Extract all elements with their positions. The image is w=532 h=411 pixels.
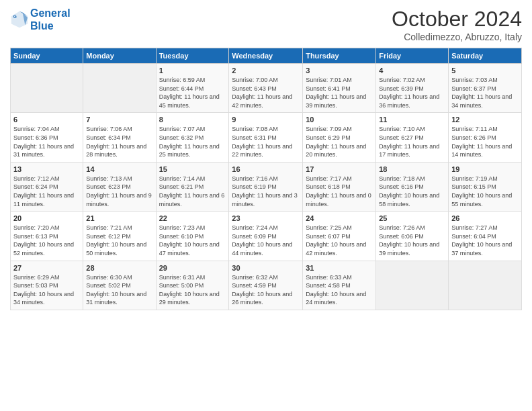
month-title: October 2024	[392, 7, 522, 32]
header-friday: Friday	[376, 48, 449, 64]
day-number: 26	[451, 214, 519, 222]
day-info: Sunrise: 7:19 AMSunset: 6:15 PMDaylight:…	[451, 175, 519, 208]
day-info: Sunrise: 7:27 AMSunset: 6:04 PMDaylight:…	[451, 224, 519, 257]
calendar-cell: 19Sunrise: 7:19 AMSunset: 6:15 PMDayligh…	[449, 162, 522, 211]
day-info: Sunrise: 7:24 AMSunset: 6:09 PMDaylight:…	[232, 224, 300, 257]
day-number: 8	[159, 116, 226, 124]
day-info: Sunrise: 7:12 AMSunset: 6:24 PMDaylight:…	[13, 175, 80, 208]
calendar-cell: 25Sunrise: 7:26 AMSunset: 6:06 PMDayligh…	[376, 212, 449, 261]
day-info: Sunrise: 7:23 AMSunset: 6:10 PMDaylight:…	[159, 224, 226, 257]
day-info: Sunrise: 7:13 AMSunset: 6:23 PMDaylight:…	[86, 175, 152, 208]
day-number: 16	[232, 165, 300, 173]
day-info: Sunrise: 7:09 AMSunset: 6:29 PMDaylight:…	[306, 125, 373, 158]
day-number: 20	[13, 214, 80, 222]
day-info: Sunrise: 6:31 AMSunset: 5:00 PMDaylight:…	[159, 273, 226, 307]
day-number: 29	[159, 264, 226, 272]
calendar-cell: 8Sunrise: 7:07 AMSunset: 6:32 PMDaylight…	[156, 113, 229, 162]
calendar-cell: 20Sunrise: 7:20 AMSunset: 6:13 PMDayligh…	[11, 212, 83, 261]
day-number: 7	[86, 116, 152, 124]
calendar-week-2: 6Sunrise: 7:04 AMSunset: 6:36 PMDaylight…	[11, 113, 522, 162]
calendar-cell: 9Sunrise: 7:08 AMSunset: 6:31 PMDaylight…	[229, 113, 303, 162]
calendar-cell: 29Sunrise: 6:31 AMSunset: 5:00 PMDayligh…	[156, 261, 229, 310]
calendar-cell: 27Sunrise: 6:29 AMSunset: 5:03 PMDayligh…	[11, 261, 83, 310]
day-info: Sunrise: 7:03 AMSunset: 6:37 PMDaylight:…	[451, 76, 519, 109]
calendar-cell: 3Sunrise: 7:01 AMSunset: 6:41 PMDaylight…	[303, 64, 376, 113]
day-info: Sunrise: 6:59 AMSunset: 6:44 PMDaylight:…	[159, 76, 226, 109]
day-number: 12	[451, 116, 519, 124]
calendar-week-3: 13Sunrise: 7:12 AMSunset: 6:24 PMDayligh…	[11, 162, 522, 211]
day-info: Sunrise: 7:07 AMSunset: 6:32 PMDaylight:…	[159, 125, 226, 158]
calendar-cell: 1Sunrise: 6:59 AMSunset: 6:44 PMDaylight…	[156, 64, 229, 113]
svg-text:G: G	[13, 14, 17, 19]
calendar-cell: 13Sunrise: 7:12 AMSunset: 6:24 PMDayligh…	[11, 162, 83, 211]
day-info: Sunrise: 7:04 AMSunset: 6:36 PMDaylight:…	[13, 125, 80, 158]
day-number: 30	[232, 264, 300, 272]
logo-line1: General	[30, 7, 71, 19]
header-tuesday: Tuesday	[156, 48, 229, 64]
header-wednesday: Wednesday	[229, 48, 303, 64]
calendar-cell: 14Sunrise: 7:13 AMSunset: 6:23 PMDayligh…	[83, 162, 156, 211]
header-row: Sunday Monday Tuesday Wednesday Thursday…	[11, 48, 522, 64]
calendar-cell: 28Sunrise: 6:30 AMSunset: 5:02 PMDayligh…	[83, 261, 156, 310]
calendar-cell: 2Sunrise: 7:00 AMSunset: 6:43 PMDaylight…	[229, 64, 303, 113]
day-number: 14	[86, 165, 152, 173]
calendar-cell: 17Sunrise: 7:17 AMSunset: 6:18 PMDayligh…	[303, 162, 376, 211]
title-section: October 2024 Colledimezzo, Abruzzo, Ital…	[392, 7, 522, 42]
calendar-cell	[11, 64, 83, 113]
calendar-week-1: 1Sunrise: 6:59 AMSunset: 6:44 PMDaylight…	[11, 64, 522, 113]
calendar-cell: 22Sunrise: 7:23 AMSunset: 6:10 PMDayligh…	[156, 212, 229, 261]
calendar-cell: 4Sunrise: 7:02 AMSunset: 6:39 PMDaylight…	[376, 64, 449, 113]
day-info: Sunrise: 7:14 AMSunset: 6:21 PMDaylight:…	[159, 175, 226, 208]
calendar-cell: 15Sunrise: 7:14 AMSunset: 6:21 PMDayligh…	[156, 162, 229, 211]
day-number: 27	[13, 264, 80, 272]
day-number: 2	[232, 66, 300, 75]
logo: G General Blue	[10, 7, 71, 32]
day-info: Sunrise: 7:10 AMSunset: 6:27 PMDaylight:…	[379, 125, 445, 158]
day-number: 1	[159, 66, 226, 75]
logo-icon: G	[10, 10, 29, 29]
calendar-cell: 24Sunrise: 7:25 AMSunset: 6:07 PMDayligh…	[303, 212, 376, 261]
day-number: 25	[379, 214, 445, 222]
calendar-cell: 26Sunrise: 7:27 AMSunset: 6:04 PMDayligh…	[449, 212, 522, 261]
day-number: 21	[86, 214, 152, 222]
header: G General Blue October 2024 Colledimezzo…	[10, 7, 522, 42]
calendar-body: 1Sunrise: 6:59 AMSunset: 6:44 PMDaylight…	[11, 64, 522, 310]
header-saturday: Saturday	[449, 48, 522, 64]
calendar-cell	[376, 261, 449, 310]
day-number: 18	[379, 165, 445, 173]
calendar-page: G General Blue October 2024 Colledimezzo…	[0, 0, 532, 411]
day-info: Sunrise: 7:06 AMSunset: 6:34 PMDaylight:…	[86, 125, 152, 158]
day-info: Sunrise: 7:02 AMSunset: 6:39 PMDaylight:…	[379, 76, 445, 109]
calendar-cell	[83, 64, 156, 113]
calendar-cell: 21Sunrise: 7:21 AMSunset: 6:12 PMDayligh…	[83, 212, 156, 261]
calendar-cell: 7Sunrise: 7:06 AMSunset: 6:34 PMDaylight…	[83, 113, 156, 162]
day-number: 31	[306, 264, 373, 272]
day-info: Sunrise: 7:17 AMSunset: 6:18 PMDaylight:…	[306, 175, 373, 208]
location-subtitle: Colledimezzo, Abruzzo, Italy	[392, 32, 522, 42]
logo-line2: Blue	[30, 19, 71, 32]
header-monday: Monday	[83, 48, 156, 64]
header-sunday: Sunday	[11, 48, 83, 64]
calendar-header: Sunday Monday Tuesday Wednesday Thursday…	[11, 48, 522, 64]
day-number: 10	[306, 116, 373, 124]
calendar-cell: 11Sunrise: 7:10 AMSunset: 6:27 PMDayligh…	[376, 113, 449, 162]
day-info: Sunrise: 7:20 AMSunset: 6:13 PMDaylight:…	[13, 224, 80, 257]
day-info: Sunrise: 6:30 AMSunset: 5:02 PMDaylight:…	[86, 273, 152, 307]
day-info: Sunrise: 7:25 AMSunset: 6:07 PMDaylight:…	[306, 224, 373, 257]
day-info: Sunrise: 6:33 AMSunset: 4:58 PMDaylight:…	[306, 273, 373, 307]
day-info: Sunrise: 7:00 AMSunset: 6:43 PMDaylight:…	[232, 76, 300, 109]
header-thursday: Thursday	[303, 48, 376, 64]
day-number: 13	[13, 165, 80, 173]
calendar-cell: 5Sunrise: 7:03 AMSunset: 6:37 PMDaylight…	[449, 64, 522, 113]
day-number: 3	[306, 66, 373, 75]
calendar-cell: 30Sunrise: 6:32 AMSunset: 4:59 PMDayligh…	[229, 261, 303, 310]
day-info: Sunrise: 7:16 AMSunset: 6:19 PMDaylight:…	[232, 175, 300, 208]
day-number: 19	[451, 165, 519, 173]
day-info: Sunrise: 7:21 AMSunset: 6:12 PMDaylight:…	[86, 224, 152, 257]
calendar-cell: 12Sunrise: 7:11 AMSunset: 6:26 PMDayligh…	[449, 113, 522, 162]
calendar-cell: 31Sunrise: 6:33 AMSunset: 4:58 PMDayligh…	[303, 261, 376, 310]
day-info: Sunrise: 7:11 AMSunset: 6:26 PMDaylight:…	[451, 125, 519, 158]
day-number: 6	[13, 116, 80, 124]
day-number: 5	[451, 66, 519, 75]
day-info: Sunrise: 6:32 AMSunset: 4:59 PMDaylight:…	[232, 273, 300, 307]
